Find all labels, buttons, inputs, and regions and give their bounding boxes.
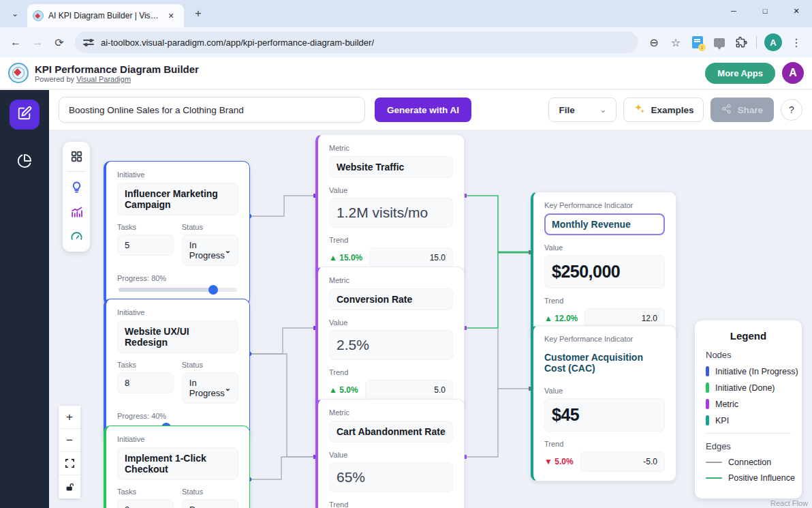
kpi-value[interactable]: $45 — [544, 398, 665, 432]
examples-button[interactable]: Examples — [623, 98, 704, 122]
address-bar[interactable]: ai-toolbox.visual-paradigm.com/app/kpi-p… — [75, 31, 638, 53]
app-header: KPI Performance Diagram Builder Powered … — [0, 57, 812, 89]
zoom-indicator-icon[interactable]: ⊖ — [644, 32, 664, 53]
extensions-icon[interactable] — [731, 32, 751, 53]
value-label: Value — [544, 387, 665, 395]
legend-panel: Legend Nodes Initiative (In Progress) In… — [695, 320, 802, 498]
site-settings-icon[interactable] — [83, 38, 94, 47]
initiative-node-influencer-marketing[interactable]: Initiative Influencer Marketing Campaign… — [104, 161, 250, 305]
status-select[interactable]: In Progress⌄ — [182, 235, 238, 266]
metric-value[interactable]: 65% — [329, 462, 453, 492]
value-label: Value — [329, 451, 453, 459]
tasks-value[interactable]: 3 — [117, 499, 174, 508]
dashboard-tab[interactable] — [10, 147, 40, 177]
app-user-avatar[interactable]: A — [782, 62, 804, 84]
value-label: Value — [544, 243, 665, 252]
tab-close-icon[interactable]: ✕ — [166, 10, 176, 21]
trend-arrow-icon: ▼ — [544, 457, 552, 466]
kpi-node-monthly-revenue[interactable]: Key Performance Indicator Monthly Revenu… — [531, 192, 676, 338]
reload-button[interactable]: ⟳ — [49, 32, 69, 53]
canvas-controls: + − — [59, 406, 80, 498]
metric-node-cart-abandonment[interactable]: Metric Cart Abandonment Rate Value 65% T… — [315, 399, 465, 508]
node-type-label: Key Performance Indicator — [544, 201, 665, 209]
zoom-in-button[interactable]: + — [59, 406, 80, 429]
metric-value[interactable]: 1.2M visits/mo — [329, 198, 453, 228]
more-apps-button[interactable]: More Apps — [705, 63, 775, 84]
trend-percent: ▲ 15.0% — [329, 253, 362, 263]
browser-menu-kebab-icon[interactable]: ⋮ — [786, 32, 807, 53]
status-value: Done — [189, 505, 210, 508]
node-type-label: Key Performance Indicator — [544, 335, 665, 343]
status-label: Status — [182, 361, 238, 369]
kpi-swatch — [706, 415, 709, 425]
metric-title[interactable]: Cart Abandonment Rate — [329, 421, 453, 443]
edit-diagram-tab[interactable] — [10, 100, 40, 130]
file-menu-button[interactable]: File ⌄ — [548, 98, 616, 122]
kpi-node-cac[interactable]: Key Performance Indicator Customer Acqui… — [531, 325, 676, 481]
metric-title[interactable]: Website Traffic — [329, 156, 453, 178]
kpi-title-input[interactable]: Monthly Revenue — [544, 213, 665, 235]
trend-percent: ▲ 5.0% — [329, 385, 358, 395]
tasks-value[interactable]: 8 — [117, 372, 174, 393]
legend-item: Initiative (Done) — [706, 383, 791, 393]
metric-node-tool-icon[interactable] — [68, 204, 84, 220]
kpi-node-tool-icon[interactable] — [68, 229, 84, 245]
metric-node-website-traffic[interactable]: Metric Website Traffic Value 1.2M visits… — [315, 134, 465, 278]
initiative-node-tool-icon[interactable] — [68, 179, 84, 195]
minimize-button[interactable]: ─ — [718, 0, 749, 22]
close-button[interactable]: ✕ — [781, 0, 812, 22]
initiative-node-one-click-checkout[interactable]: Initiative Implement 1-Click Checkout Ta… — [104, 425, 250, 508]
tasks-label: Tasks — [117, 488, 174, 496]
status-select[interactable]: In Progress⌄ — [182, 372, 238, 404]
metric-node-conversion-rate[interactable]: Metric Conversion Rate Value 2.5% Trend … — [315, 267, 465, 410]
help-button[interactable]: ? — [781, 99, 802, 121]
kpi-value[interactable]: $250,000 — [544, 255, 665, 288]
tab-title: AI KPI Diagram Builder | Visualiz — [48, 11, 161, 20]
fit-view-button[interactable] — [59, 452, 80, 475]
docs-offline-icon[interactable] — [687, 32, 708, 53]
slider-thumb[interactable] — [208, 285, 218, 295]
node-palette — [63, 142, 90, 252]
kpi-title[interactable]: Customer Acquisition Cost (CAC) — [544, 347, 665, 378]
share-label: Share — [737, 105, 763, 115]
node-type-label: Metric — [329, 144, 453, 152]
trend-number[interactable]: 5.0 — [365, 380, 453, 400]
edit-pencil-icon — [17, 106, 32, 123]
initiative-title[interactable]: Implement 1-Click Checkout — [117, 447, 238, 480]
tab-search-button[interactable]: ⌄ — [5, 4, 25, 23]
url-text[interactable]: ai-toolbox.visual-paradigm.com/app/kpi-p… — [101, 38, 374, 48]
trend-label: Trend — [329, 236, 453, 244]
comment-icon[interactable] — [709, 32, 730, 53]
trend-number[interactable]: 15.0 — [369, 248, 453, 268]
initiative-title[interactable]: Website UX/UI Redesign — [117, 320, 238, 353]
node-type-label: Metric — [329, 276, 453, 284]
legend-item: Connection — [706, 458, 791, 467]
diagram-canvas[interactable]: Initiative Influencer Marketing Campaign… — [49, 130, 812, 508]
prompt-input[interactable] — [59, 97, 365, 123]
generate-with-ai-button[interactable]: Generate with AI — [375, 98, 471, 122]
visual-paradigm-link[interactable]: Visual Paradigm — [76, 75, 131, 83]
share-button[interactable]: Share — [710, 98, 774, 122]
initiative-node-website-redesign[interactable]: Initiative Website UX/UI Redesign Tasks … — [104, 299, 250, 443]
new-tab-button[interactable]: + — [189, 5, 207, 23]
maximize-button[interactable]: □ — [749, 0, 781, 22]
progress-slider[interactable] — [119, 288, 237, 292]
initiative-title[interactable]: Influencer Marketing Campaign — [117, 183, 238, 215]
metric-title[interactable]: Conversion Rate — [329, 288, 453, 310]
lock-button[interactable] — [59, 475, 80, 498]
back-button[interactable]: ← — [5, 32, 26, 53]
forward-button[interactable]: → — [27, 32, 48, 53]
zoom-out-button[interactable]: − — [59, 429, 80, 452]
metric-value[interactable]: 2.5% — [329, 330, 453, 360]
file-label: File — [559, 105, 574, 115]
bookmark-star-icon[interactable]: ☆ — [666, 32, 686, 53]
tasks-value[interactable]: 5 — [117, 235, 174, 256]
all-nodes-icon[interactable] — [68, 148, 84, 164]
progress-label: Progress: 80% — [117, 274, 238, 282]
legend-item: KPI — [706, 415, 791, 425]
browser-tab[interactable]: AI KPI Diagram Builder | Visualiz ✕ — [27, 4, 184, 27]
chevron-down-icon: ⌄ — [225, 246, 231, 255]
status-select[interactable]: Done⌄ — [182, 499, 238, 508]
trend-number[interactable]: -5.0 — [580, 451, 665, 472]
browser-profile-avatar[interactable]: A — [764, 33, 782, 51]
